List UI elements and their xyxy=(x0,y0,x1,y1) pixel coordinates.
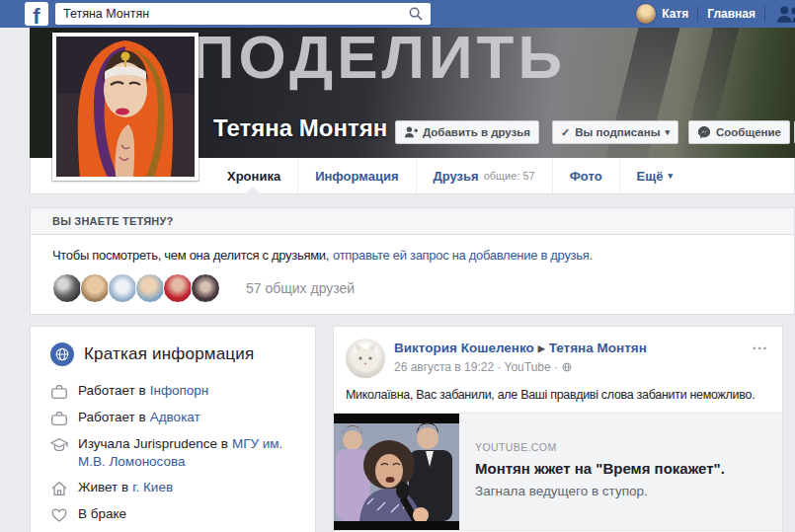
avatar[interactable] xyxy=(636,4,656,24)
chevron-down-icon: ▾ xyxy=(665,128,670,137)
avatar[interactable] xyxy=(191,273,220,303)
facebook-profile-page: f Катя Главная xyxy=(0,0,795,532)
tab-label: Информация xyxy=(315,169,398,184)
post-text: Миколаївна, Вас забанили, але Ваші правд… xyxy=(346,388,770,402)
topbar-divider xyxy=(697,6,698,22)
briefcase-icon xyxy=(50,410,68,427)
topbar-divider xyxy=(764,6,765,22)
avatar[interactable] xyxy=(163,273,193,303)
intro-item-education: Изучала Jurisprudence вМГУ им. М.В. Ломо… xyxy=(50,435,301,471)
post-options-button[interactable]: ... xyxy=(753,337,768,352)
graduation-cap-icon xyxy=(50,436,68,454)
tab-label: Ещё xyxy=(637,169,664,184)
intro-list: Работает вІнфопорн Работает вАдвокат Изу… xyxy=(44,382,301,532)
topbar: f Катя Главная xyxy=(0,0,795,28)
home-icon xyxy=(50,480,68,497)
profile-picture[interactable] xyxy=(52,33,199,181)
search-input[interactable] xyxy=(55,7,409,21)
workplace-link[interactable]: Адвокат xyxy=(150,410,200,424)
chevron-down-icon: ▾ xyxy=(668,171,673,181)
post-byline: Виктория Кошеленко▶Тетяна Монтян xyxy=(394,341,647,357)
subscribed-label: Вы подписаны xyxy=(575,126,660,138)
search-box xyxy=(55,3,431,25)
tab-photos[interactable]: Фото xyxy=(552,158,619,193)
privacy-globe-icon xyxy=(562,362,572,372)
intro-item-relationship: В браке xyxy=(50,505,301,524)
video-thumbnail xyxy=(334,414,459,530)
topbar-right-cluster: Катя Главная xyxy=(636,0,795,28)
arrow-right-icon: ▶ xyxy=(538,343,545,353)
check-icon: ✓ xyxy=(561,126,570,139)
post-timestamp[interactable]: 26 августа в 19:22 · YouTube · xyxy=(394,360,558,374)
send-friend-request-link[interactable]: отправьте ей запрос на добавление в друз… xyxy=(333,248,593,263)
avatar[interactable] xyxy=(52,273,82,303)
workplace-link[interactable]: Інфопорн xyxy=(150,383,209,398)
profile-picture-image xyxy=(56,37,195,177)
add-friend-button[interactable]: Добавить в друзья xyxy=(395,120,539,144)
avatar[interactable] xyxy=(108,273,137,303)
mutual-friends-row: 57 общих друзей xyxy=(52,273,772,303)
add-friend-label: Добавить в друзья xyxy=(423,126,530,138)
intro-item-work: Работает вАдвокат xyxy=(50,409,301,427)
intro-item-city: Живет вг. Киев xyxy=(50,479,301,497)
intro-item-plain: Работает в xyxy=(78,383,146,398)
intro-item-plain: Изучала Jurisprudence в xyxy=(78,436,228,451)
mutual-friends-count: общие: 57 xyxy=(484,170,535,182)
message-label: Сообщение xyxy=(716,126,781,138)
post-author-avatar[interactable] xyxy=(346,339,385,378)
messenger-icon xyxy=(697,125,711,139)
intro-item-plain: В браке xyxy=(78,506,126,521)
cover-overlay-text: ПОДЕЛИТЬ xyxy=(191,28,566,92)
mutual-friends-label: 57 общих друзей xyxy=(246,280,355,296)
attachment-description: Загнала ведущего в ступор. xyxy=(475,484,766,498)
profile-shortcut-link[interactable]: Катя xyxy=(662,7,697,21)
post-target-link[interactable]: Тетяна Монтян xyxy=(549,341,647,355)
tab-label: Друзья xyxy=(434,169,479,184)
briefcase-icon xyxy=(50,383,68,401)
intro-item-text: Работает вАдвокат xyxy=(78,409,200,426)
facebook-logo-letter: f xyxy=(33,4,40,26)
post-author-link[interactable]: Виктория Кошеленко xyxy=(394,341,534,355)
post-meta: 26 августа в 19:22 · YouTube · xyxy=(394,360,647,374)
cat-avatar-image xyxy=(346,339,385,378)
avatar[interactable] xyxy=(80,273,110,303)
intro-item-text: Изучала Jurisprudence вМГУ им. М.В. Ломо… xyxy=(78,435,301,471)
facebook-logo[interactable]: f xyxy=(25,2,48,26)
intro-item-text: Работает вІнфопорн xyxy=(78,382,208,400)
home-link[interactable]: Главная xyxy=(707,7,764,21)
post-header: Виктория Кошеленко▶Тетяна Монтян 26 авгу… xyxy=(334,327,782,378)
intro-item-text: Живет вг. Киев xyxy=(78,479,173,496)
tab-friends[interactable]: Друзья общие: 57 xyxy=(416,158,552,193)
active-tab-pointer xyxy=(245,187,261,194)
intro-item-plain: Живет в xyxy=(78,480,128,494)
post-header-text: Виктория Кошеленко▶Тетяна Монтян 26 авгу… xyxy=(394,339,647,378)
message-button[interactable]: Сообщение xyxy=(688,120,790,144)
intro-item-work: Работает вІнфопорн xyxy=(50,382,301,401)
do-you-know-text-plain: Чтобы посмотреть, чем она делится с друз… xyxy=(52,248,329,263)
tab-more[interactable]: Ещё ▾ xyxy=(619,158,689,193)
tab-label: Фото xyxy=(570,169,602,184)
person-add-icon xyxy=(404,125,418,139)
do-you-know-box: ВЫ ЗНАЕТЕ ТЕТЯНУ? Чтобы посмотреть, чем … xyxy=(30,207,795,315)
avatar[interactable] xyxy=(135,273,165,303)
attachment-title: Монтян жжет на "Время покажет". xyxy=(475,460,766,477)
friend-requests-icon[interactable] xyxy=(774,5,795,24)
subscribed-button[interactable]: ✓ Вы подписаны ▾ xyxy=(552,120,678,144)
intro-card: Краткая информация Работает вІнфопорн Ра… xyxy=(30,326,316,532)
intro-title-row: Краткая информация xyxy=(44,342,301,366)
city-link[interactable]: г. Киев xyxy=(132,480,173,494)
intro-item-text: В браке xyxy=(78,505,130,523)
do-you-know-body: Чтобы посмотреть, чем она делится с друз… xyxy=(31,235,794,303)
do-you-know-header: ВЫ ЗНАЕТЕ ТЕТЯНУ? xyxy=(31,208,794,235)
intro-item-plain: Работает в xyxy=(78,410,146,424)
tab-about[interactable]: Информация xyxy=(297,158,415,193)
attachment-source: YOUTUBE.COM xyxy=(475,441,766,453)
heart-icon xyxy=(50,506,68,524)
search-icon[interactable] xyxy=(409,7,423,21)
cover-action-buttons: Добавить в друзья ✓ Вы подписаны ▾ Сообщ… xyxy=(395,120,795,144)
profile-name: Тетяна Монтян xyxy=(213,114,387,142)
link-attachment[interactable]: YOUTUBE.COM Монтян жжет на "Время покаже… xyxy=(334,413,782,531)
tab-label: Хроника xyxy=(227,169,280,184)
do-you-know-text: Чтобы посмотреть, чем она делится с друз… xyxy=(52,248,772,263)
attachment-info: YOUTUBE.COM Монтян жжет на "Время покаже… xyxy=(459,414,782,530)
